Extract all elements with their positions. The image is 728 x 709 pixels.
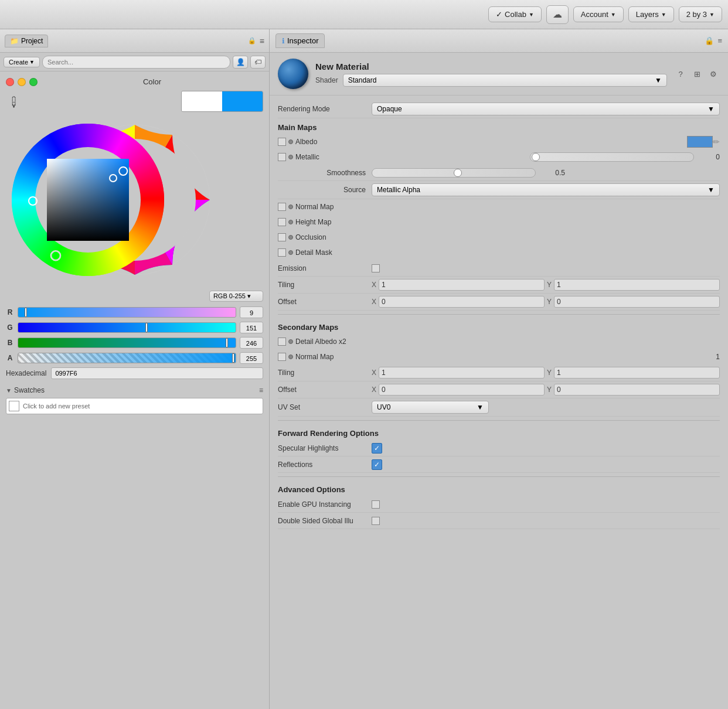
color-preview-white: [182, 91, 222, 111]
a-value[interactable]: 255: [240, 352, 263, 364]
persons-icon-btn[interactable]: 👤: [233, 56, 248, 69]
rendering-mode-dropdown[interactable]: Opaque ▼: [372, 103, 720, 115]
project-tab[interactable]: 📁 Project: [5, 35, 48, 47]
secondary-offset-value: X Y: [372, 384, 720, 396]
g-slider-track[interactable]: [18, 322, 236, 333]
eyedropper-button[interactable]: 🖊: [2, 90, 26, 113]
swatches-arrow-icon: ▼: [6, 387, 12, 394]
color-mode-dropdown[interactable]: RGB 0-255 ▾: [209, 291, 263, 302]
settings-icon-btn[interactable]: ⚙: [707, 67, 720, 80]
uv-set-dropdown[interactable]: UV0 ▼: [372, 401, 489, 414]
reflections-value: ✓: [372, 459, 720, 470]
metallic-checkbox[interactable]: [278, 153, 286, 161]
b-slider-thumb[interactable]: [226, 338, 228, 347]
minimize-button[interactable]: [18, 78, 26, 86]
secondary-normal-checkbox[interactable]: [278, 353, 286, 361]
emission-value: [372, 264, 720, 272]
material-header: New Material Shader Standard ▼ ? ⊞ ⚙: [270, 53, 728, 96]
check-icon: ✓: [496, 10, 502, 19]
hex-row: Hexadecimal: [6, 367, 263, 379]
g-value[interactable]: 151: [240, 322, 263, 333]
color-square-canvas[interactable]: [47, 159, 129, 241]
left-panel: 📁 Project 🔒 ≡ Create ▼ 👤 🏷: [0, 29, 270, 709]
hue-indicator[interactable]: [28, 196, 38, 206]
offset-row: Offset X Y: [278, 294, 720, 311]
r-value[interactable]: 9: [240, 306, 263, 318]
folder-icon: 📁: [10, 37, 19, 45]
b-value[interactable]: 246: [240, 337, 263, 349]
reflections-checkbox[interactable]: ✓: [372, 459, 382, 470]
secondary-offset-x-input[interactable]: [379, 384, 545, 396]
b-slider-track[interactable]: [18, 338, 236, 348]
color-wheel-container[interactable]: [6, 118, 263, 282]
layout-dropdown-arrow: ▼: [709, 12, 715, 18]
smoothness-value-text: 0.5: [539, 169, 565, 177]
a-slider-thumb[interactable]: [232, 353, 234, 363]
g-slider-thumb[interactable]: [145, 323, 148, 332]
inspector-tab[interactable]: ℹ Inspector: [275, 33, 325, 48]
albedo-checkbox[interactable]: [278, 138, 286, 146]
inspector-menu-icon[interactable]: ≡: [717, 36, 722, 45]
secondary-tiling-y-input[interactable]: [554, 367, 720, 379]
account-button[interactable]: Account ▼: [573, 6, 624, 22]
create-button[interactable]: Create ▼: [4, 57, 40, 67]
inspector-title: Inspector: [287, 36, 318, 45]
maximize-button[interactable]: [29, 78, 38, 86]
secondary-tiling-x-input[interactable]: [379, 367, 545, 379]
cloud-button[interactable]: ☁: [546, 5, 569, 24]
occlusion-checkbox[interactable]: [278, 233, 286, 241]
bookmark-icon-btn[interactable]: 🏷: [250, 56, 266, 69]
layout-icon-btn[interactable]: ⊞: [690, 67, 703, 80]
metallic-slider-thumb[interactable]: [532, 153, 540, 161]
specular-checkbox[interactable]: ✓: [372, 443, 382, 454]
project-search-input[interactable]: [42, 56, 230, 69]
gpu-checkbox[interactable]: [372, 500, 380, 509]
smoothness-slider[interactable]: [372, 168, 536, 178]
smoothness-thumb[interactable]: [454, 169, 462, 177]
shader-dropdown[interactable]: Standard ▼: [343, 74, 667, 87]
project-lock-icon: 🔒: [248, 37, 256, 45]
a-slider-track[interactable]: [18, 353, 236, 363]
swatches-menu-icon[interactable]: ≡: [259, 386, 263, 394]
swatches-header: ▼ Swatches ≡: [6, 386, 263, 394]
shader-dropdown-arrow: ▼: [655, 76, 662, 84]
color-mode-label: RGB 0-255: [213, 292, 246, 299]
collab-button[interactable]: ✓ Collab ▼: [488, 6, 542, 22]
detail-albedo-label: Detail Albedo x2: [295, 338, 720, 346]
double-sided-checkbox[interactable]: [372, 517, 380, 525]
metallic-dot: [288, 155, 293, 159]
help-icon-btn[interactable]: ?: [674, 67, 687, 80]
b-label: B: [6, 339, 14, 347]
secondary-offset-y-input[interactable]: [554, 384, 720, 396]
height-map-checkbox[interactable]: [278, 218, 286, 226]
brightness-indicator[interactable]: [109, 174, 117, 182]
offset-label: Offset: [278, 298, 372, 306]
emission-checkbox[interactable]: [372, 264, 380, 272]
color-panel: Color 🖊: [0, 71, 269, 709]
main-layout: 📁 Project 🔒 ≡ Create ▼ 👤 🏷: [0, 29, 728, 709]
layers-button[interactable]: Layers ▼: [628, 6, 674, 22]
detail-albedo-checkbox[interactable]: [278, 338, 286, 346]
albedo-color-swatch[interactable]: [687, 136, 713, 148]
normal-map-checkbox[interactable]: [278, 203, 286, 211]
hex-input[interactable]: [51, 367, 263, 379]
top-bar: ✓ Collab ▼ ☁ Account ▼ Layers ▼ 2 by 3 ▼: [0, 0, 728, 29]
source-dropdown[interactable]: Metallic Alpha ▼: [372, 183, 720, 196]
close-button[interactable]: [6, 78, 14, 86]
offset-x-input[interactable]: [379, 296, 545, 308]
normal-map-dot: [288, 204, 293, 209]
detail-mask-checkbox[interactable]: [278, 248, 286, 257]
tiling-y-input[interactable]: [554, 279, 720, 291]
albedo-pencil-icon[interactable]: ✏: [713, 137, 720, 146]
metallic-slider[interactable]: [530, 152, 694, 162]
gpu-label: Enable GPU Instancing: [278, 500, 372, 509]
normal-map-row: Normal Map: [278, 199, 720, 214]
offset-y-input[interactable]: [554, 296, 720, 308]
layout-button[interactable]: 2 by 3 ▼: [679, 6, 722, 22]
r-slider-track[interactable]: [18, 307, 236, 318]
tiling-x-input[interactable]: [379, 279, 545, 291]
add-preset-button[interactable]: Click to add new preset: [6, 398, 263, 414]
metallic-row: Metallic 0: [278, 149, 720, 165]
detail-albedo-row: Detail Albedo x2: [278, 334, 720, 349]
r-slider-thumb[interactable]: [25, 308, 27, 317]
